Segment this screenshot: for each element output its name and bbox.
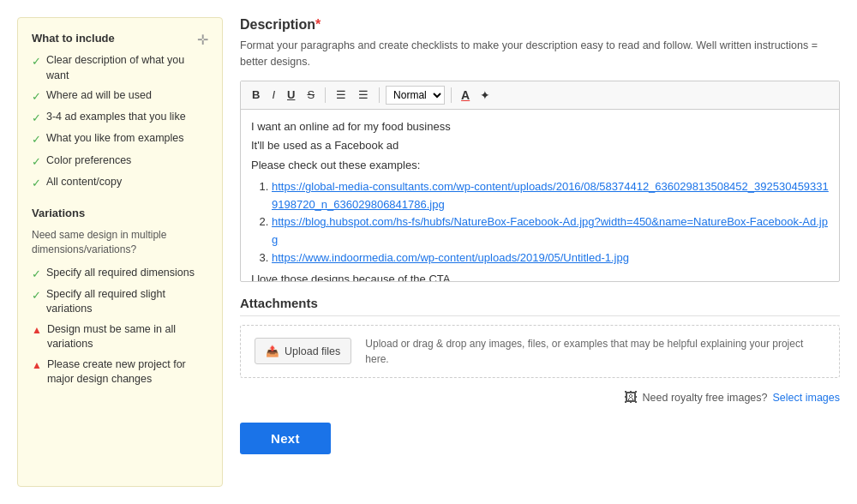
- editor-body[interactable]: I want an online ad for my food business…: [241, 110, 839, 281]
- check-icon: ✓: [32, 132, 41, 147]
- next-button[interactable]: Next: [240, 423, 331, 454]
- toolbar-divider-1: [325, 87, 326, 103]
- check-icon: ✓: [32, 267, 41, 282]
- sidebar-item-text: What you like from examples: [46, 131, 183, 147]
- sidebar-item-text: Where ad will be used: [46, 88, 152, 104]
- royalty-image-icon: 🖼: [624, 390, 638, 405]
- sidebar-item: ✓What you like from examples: [32, 131, 208, 147]
- variation-item: ▲Please create new project for major des…: [32, 357, 208, 387]
- editor-link-3: https://www.indoormedia.com/wp-content/u…: [272, 249, 829, 267]
- sidebar-item-text: Color preferences: [46, 153, 131, 169]
- variations-section: Variations Need same design in multiple …: [32, 207, 208, 387]
- editor-link-1: https://global-media-consultants.com/wp-…: [272, 178, 829, 214]
- sidebar-item-text: All content/copy: [46, 175, 122, 190]
- royalty-row: 🖼 Need royalty free images? Select image…: [240, 390, 840, 405]
- editor-line-3: Please check out these examples:: [251, 157, 829, 175]
- sidebar-title: What to include: [32, 32, 208, 45]
- check-icon: ✓: [32, 111, 41, 126]
- variation-item: ✓Specify all required dimensions: [32, 266, 208, 282]
- font-color-icon[interactable]: A: [458, 87, 473, 104]
- variation-item-text: Specify all required slight variations: [46, 287, 208, 317]
- sidebar-item-text: 3-4 ad examples that you like: [46, 110, 186, 125]
- bold-button[interactable]: B: [248, 87, 264, 103]
- check-icon: ✓: [32, 154, 41, 170]
- toolbar-divider-2: [379, 87, 380, 103]
- move-icon[interactable]: ✛: [197, 32, 208, 48]
- field-hint: Format your paragraphs and create checkl…: [240, 38, 840, 70]
- attachments-box: 📤 Upload files Upload or drag & drop any…: [240, 325, 840, 378]
- strikethrough-button[interactable]: S: [303, 87, 319, 103]
- select-images-link[interactable]: Select images: [772, 392, 840, 404]
- upload-button-label: Upload files: [285, 345, 340, 357]
- toolbar-divider-3: [451, 87, 452, 103]
- check-icon: ✓: [32, 288, 41, 303]
- italic-button[interactable]: I: [267, 87, 279, 103]
- editor-line-1: I want an online ad for my food business: [251, 118, 829, 136]
- underline-button[interactable]: U: [283, 87, 299, 103]
- variation-item: ▲Design must be same in all variations: [32, 322, 208, 352]
- font-size-select[interactable]: Normal Small Large Huge: [386, 86, 445, 105]
- upload-icon: 📤: [266, 345, 279, 357]
- magic-icon[interactable]: ✦: [476, 87, 494, 104]
- variations-subtitle: Need same design in multiple dimensions/…: [32, 228, 208, 257]
- unordered-list-button[interactable]: ☰: [354, 87, 373, 103]
- main-content: Description* Format your paragraphs and …: [240, 17, 840, 487]
- sidebar-item-text: Clear description of what you want: [46, 53, 208, 83]
- editor-toolbar: B I U S ☰ ☰ Normal Small Large Huge A ✦: [241, 81, 839, 110]
- warning-icon: ▲: [32, 358, 42, 373]
- warning-icon: ▲: [32, 323, 42, 338]
- editor-link-2: https://blog.hubspot.com/hs-fs/hubfs/Nat…: [272, 213, 829, 249]
- variation-item-text: Specify all required dimensions: [46, 266, 195, 281]
- check-icon: ✓: [32, 89, 41, 105]
- sidebar-item: ✓Clear description of what you want: [32, 53, 208, 83]
- upload-hint: Upload or drag & drop any images, files,…: [365, 336, 825, 367]
- editor-line-4: I love those designs because of the CTA: [251, 271, 829, 281]
- check-icon: ✓: [32, 54, 41, 69]
- sidebar-panel: ✛ What to include ✓Clear description of …: [17, 17, 223, 487]
- variation-item-text: Design must be same in all variations: [47, 322, 208, 352]
- variations-title: Variations: [32, 207, 208, 219]
- sidebar-item: ✓All content/copy: [32, 175, 208, 191]
- description-editor: B I U S ☰ ☰ Normal Small Large Huge A ✦: [240, 81, 840, 282]
- ordered-list-button[interactable]: ☰: [332, 87, 351, 103]
- variation-item-text: Please create new project for major desi…: [47, 357, 208, 387]
- royalty-text: Need royalty free images?: [643, 392, 768, 404]
- editor-line-2: It'll be used as a Facebook ad: [251, 137, 829, 155]
- sidebar-item: ✓Where ad will be used: [32, 88, 208, 105]
- sidebar-item: ✓3-4 ad examples that you like: [32, 110, 208, 126]
- attachments-label: Attachments: [240, 296, 840, 316]
- check-icon: ✓: [32, 176, 41, 191]
- upload-button[interactable]: 📤 Upload files: [255, 338, 351, 364]
- sidebar-item: ✓Color preferences: [32, 153, 208, 170]
- variation-item: ✓Specify all required slight variations: [32, 287, 208, 317]
- field-label: Description*: [240, 17, 840, 33]
